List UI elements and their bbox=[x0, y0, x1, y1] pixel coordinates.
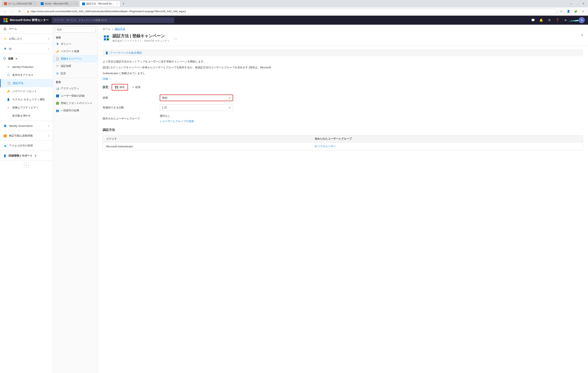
address-text: https://entra.microsoft.com/#view/Micros… bbox=[31, 10, 554, 13]
sidebar-item-protection[interactable]: 🛡 保護 ∧ bbox=[0, 55, 53, 63]
forward-button[interactable]: → bbox=[9, 9, 15, 14]
tab-2-close[interactable]: × bbox=[75, 2, 77, 5]
nav-panel-search[interactable] bbox=[53, 25, 98, 34]
help-icon[interactable]: ❓ bbox=[554, 17, 561, 23]
page-header: 認証方法 | 登録キャンペーン 株式会社ソフトクリエイト - Azure AD … bbox=[98, 31, 588, 46]
svg-rect-7 bbox=[104, 38, 106, 40]
policy-icon: ◈ bbox=[56, 43, 59, 46]
app-logo bbox=[3, 18, 8, 22]
sidebar-item-password-reset[interactable]: 🔑 パスワード リセット bbox=[0, 87, 53, 96]
status-chevron-icon: ∨ bbox=[228, 96, 231, 100]
new-tab-button[interactable]: + bbox=[121, 1, 126, 7]
methods-table-wrapper: メソッド 含められたユーザーとグループ Microsoft Authentica… bbox=[103, 135, 583, 150]
user-avatar[interactable]: A bbox=[579, 17, 585, 23]
password-protect-icon: 🔑 bbox=[56, 50, 59, 53]
sidebar-item-risky-activity[interactable]: ⚠ 危険なアクティビティ bbox=[0, 104, 53, 112]
nav-panel-item-activity[interactable]: 📊 アクティビティ bbox=[53, 85, 98, 92]
nav-panel-item-reg-reset-events[interactable]: 🟩 登録とリセットのイベント bbox=[53, 99, 98, 107]
sidebar-item-label-favorites: お気に入り bbox=[9, 37, 46, 41]
nav-panel-item-auth-strength[interactable]: 🛡 認証強度 bbox=[53, 62, 98, 70]
sidebar-item-conditional-access[interactable]: ◎ 条件付きアクセス bbox=[0, 71, 53, 79]
refresh-button[interactable]: ↻ bbox=[17, 9, 22, 14]
content-area: ホーム > 認証方法 認証方法 | 登録キャンペーン 株式会社 bbox=[98, 25, 588, 373]
sidebar-item-identity-governance[interactable]: 🔷 Identity Governance ∨ bbox=[0, 122, 53, 130]
breadcrumb-current[interactable]: 認証方法 bbox=[115, 27, 125, 31]
description-line1: より安全な認証方法のセットアップをユーザーに促す登録キャンペーンを開始します。 bbox=[103, 60, 583, 64]
auth-strength-icon: 🛡 bbox=[56, 64, 59, 68]
table-cell-users[interactable]: すべてのユーザー bbox=[311, 142, 583, 150]
tab-1-favicon bbox=[4, 2, 7, 5]
nav-search-input[interactable] bbox=[55, 27, 95, 32]
svg-rect-3 bbox=[6, 20, 8, 22]
table-cell-method: Microsoft Authenticator bbox=[103, 142, 311, 150]
feedback-bar[interactable]: 👤 フィードバックがある場合 bbox=[103, 49, 583, 56]
sidebar-item-access-mgmt[interactable]: ☁ アクセス許可の管理 bbox=[0, 142, 53, 150]
breadcrumb-home[interactable]: ホーム bbox=[103, 27, 111, 31]
maximize-button[interactable]: ⬜ bbox=[575, 1, 580, 7]
minimize-button[interactable]: — bbox=[568, 1, 574, 7]
add-users-link[interactable]: + ユーザーとグループの追加 bbox=[160, 119, 194, 123]
address-input[interactable]: 🔒 https://entra.microsoft.com/#view/Micr… bbox=[24, 9, 557, 14]
page-title: 認証方法 | 登録キャンペーン bbox=[113, 33, 170, 39]
bookmark-button[interactable]: ☆ bbox=[558, 9, 564, 14]
feedback-icon[interactable]: 💬 bbox=[530, 17, 536, 23]
notify-days-dropdown[interactable]: 1 日 ∨ bbox=[160, 104, 233, 111]
access-mgmt-icon: ☁ bbox=[3, 144, 7, 148]
sidebar: 🏠 ホーム ★ お気に入り ∨ ◈ ID ∨ 🛡 保護 ∧ bbox=[0, 25, 53, 373]
settings-icon[interactable]: ⚙ bbox=[546, 17, 553, 23]
nav-panel-item-user-reg-detail[interactable]: 🟦 ユーザー登録の詳細 bbox=[53, 92, 98, 99]
nav-panel-item-settings[interactable]: ⚙ 設定 bbox=[53, 70, 98, 77]
page-menu-button[interactable]: … bbox=[174, 36, 178, 40]
nav-panel-item-label-password-protect: パスワード保護 bbox=[61, 50, 79, 53]
nav-panel-item-bulk-results[interactable]: 👥 一括操作の結果 bbox=[53, 107, 98, 114]
menu-button[interactable]: ≡ bbox=[580, 9, 586, 14]
back-button[interactable]: ← bbox=[2, 9, 8, 14]
header-search[interactable] bbox=[52, 17, 174, 23]
detail-link[interactable]: 詳細 ↗ bbox=[103, 77, 583, 81]
sidebar-item-info-support[interactable]: 👤 詳細情報とサポート ∧ bbox=[0, 152, 53, 160]
status-dropdown[interactable]: 無効 ∨ bbox=[160, 95, 233, 101]
risky-activity-icon: ⚠ bbox=[7, 106, 10, 109]
sidebar-item-show-more[interactable]: … 表示数を増やす bbox=[0, 112, 53, 120]
tab-2[interactable]: Home - Microsoft 365 管理セン... × bbox=[38, 1, 79, 7]
notification-icon[interactable]: 🔔 bbox=[538, 17, 544, 23]
profile-button[interactable]: 👤 bbox=[566, 9, 571, 14]
sidebar-item-identity-protection[interactable]: ⊙ Identity Protection bbox=[0, 63, 53, 71]
chevron-down-icon: ∨ bbox=[48, 37, 50, 40]
tab-3-close[interactable]: × bbox=[116, 3, 117, 5]
nav-panel-item-reg-campaign[interactable]: 📋 登録キャンペーン bbox=[53, 55, 98, 62]
tab-1[interactable]: ホーム | Microsoft 365 × bbox=[2, 1, 38, 7]
sidebar-item-favorites[interactable]: ★ お気に入り ∨ bbox=[0, 35, 53, 43]
sidebar-collapse-button[interactable]: « bbox=[24, 162, 29, 167]
save-button[interactable]: 💾 保存 bbox=[112, 84, 128, 90]
nav-panel-item-label-auth-strength: 認証強度 bbox=[61, 64, 71, 68]
search-input[interactable] bbox=[52, 17, 174, 23]
sidebar-item-home[interactable]: 🏠 ホーム bbox=[0, 25, 53, 33]
id-icon: ◈ bbox=[3, 47, 7, 51]
tab-3-favicon bbox=[82, 2, 85, 5]
save-label: 保存 bbox=[119, 85, 125, 89]
svg-rect-5 bbox=[104, 35, 106, 38]
close-window-button[interactable]: ✕ bbox=[581, 1, 586, 7]
nav-panel-item-policy[interactable]: ◈ ポリシー bbox=[53, 40, 98, 48]
page-close-button[interactable]: × bbox=[581, 33, 583, 37]
tab-3[interactable]: 認証方法 - Microsoft Entra 管理... × bbox=[79, 1, 120, 7]
preview-icon[interactable]: 👁 bbox=[562, 17, 569, 23]
sidebar-item-id[interactable]: ◈ ID ∨ bbox=[0, 45, 53, 53]
reg-reset-events-icon: 🟩 bbox=[56, 102, 59, 105]
description-line2: [設定] セクションでキャンペーン全体からユーザーとグループを除外するか、各認証… bbox=[103, 65, 583, 70]
custom-security-icon: 👤 bbox=[7, 98, 10, 101]
sidebar-item-label-password-reset: パスワード リセット bbox=[12, 89, 50, 93]
sidebar-item-custom-security[interactable]: 👤 カスタム セキュリティ属性 bbox=[0, 96, 53, 104]
sidebar-item-verifiable-creds[interactable]: 🟧 検証可能な資格情報 ∨ bbox=[0, 132, 53, 140]
home-icon: 🏠 bbox=[3, 27, 7, 31]
breadcrumb: ホーム > 認証方法 bbox=[98, 25, 588, 31]
sidebar-item-auth-methods[interactable]: 📋 認証方法 bbox=[0, 79, 53, 87]
nav-panel-item-password-protect[interactable]: 🔑 パスワード保護 bbox=[53, 48, 98, 55]
external-link-icon: ↗ bbox=[109, 77, 111, 81]
extensions-button[interactable]: 🧩 bbox=[573, 9, 579, 14]
tab-1-close[interactable]: × bbox=[34, 2, 35, 5]
shield-icon: 🛡 bbox=[3, 57, 6, 60]
discard-button[interactable]: × 破棄 bbox=[130, 84, 143, 90]
page-title-area: 認証方法 | 登録キャンペーン 株式会社ソフトクリエイト - Azure AD … bbox=[113, 33, 170, 43]
